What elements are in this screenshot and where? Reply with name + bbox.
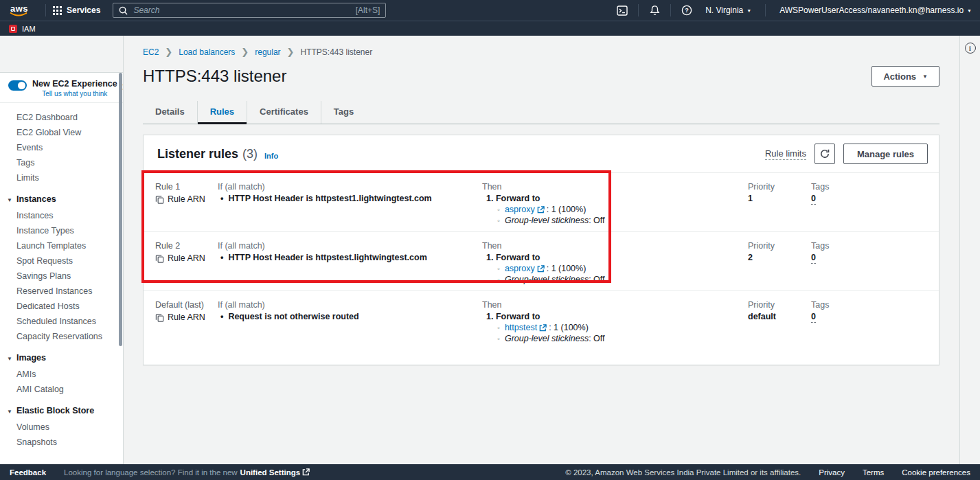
rule-arn-copy[interactable]: Rule ARN (155, 194, 218, 205)
help-question-icon: ? (681, 5, 692, 16)
tab-tags[interactable]: Tags (321, 101, 366, 124)
chevron-down-icon: ▼ (747, 8, 751, 13)
notifications-button[interactable] (646, 5, 663, 16)
cloudshell-terminal-icon (617, 5, 628, 16)
feedback-link[interactable]: Tell us what you think (32, 90, 117, 98)
aws-smile-icon (9, 12, 28, 17)
info-icon[interactable]: i (965, 43, 976, 54)
sidebar-item-ami-catalog[interactable]: AMI Catalog (0, 382, 123, 397)
cookie-preferences-link[interactable]: Cookie preferences (902, 468, 970, 477)
aws-console-page: aws Services [Alt+S] (0, 0, 980, 480)
manage-rules-button[interactable]: Manage rules (843, 144, 928, 164)
breadcrumb-load-balancers[interactable]: Load balancers (179, 47, 235, 57)
rule-condition: • HTTP Host Header is httpstest.lightwin… (218, 252, 482, 263)
sidebar-item-instances[interactable]: Instances (0, 208, 123, 223)
copyright-text: © 2023, Amazon Web Services India Privat… (565, 468, 801, 477)
chevron-down-icon: ▼ (922, 73, 928, 80)
sidebar-item-tags[interactable]: Tags (0, 155, 123, 170)
favorites-bar: IAM (0, 21, 980, 36)
circle-bullet-icon: ◦ (497, 215, 500, 226)
info-link[interactable]: Info (264, 152, 278, 160)
if-column-header: If (all match) (218, 181, 482, 192)
unified-settings-link[interactable]: Unified Settings (240, 468, 310, 477)
tags-count-link[interactable]: 0 (811, 311, 816, 323)
tab-bar: Details Rules Certificates Tags (143, 101, 939, 124)
terms-link[interactable]: Terms (863, 468, 884, 477)
target-group-link[interactable]: asproxy (505, 263, 535, 274)
tags-column-header: Tags (811, 299, 939, 310)
sidebar-scrollbar[interactable] (119, 73, 122, 346)
rule-arn-copy[interactable]: Rule ARN (155, 312, 218, 323)
tab-certificates[interactable]: Certificates (247, 101, 321, 124)
target-group-link[interactable]: asproxy (505, 204, 535, 215)
circle-bullet-icon: ◦ (497, 263, 500, 274)
new-experience-toggle[interactable] (8, 80, 27, 91)
if-column-header: If (all match) (218, 299, 482, 310)
search-input[interactable] (132, 5, 351, 16)
breadcrumb-chevron-icon: ❯ (287, 49, 295, 56)
sidebar-item-launch-templates[interactable]: Launch Templates (0, 238, 123, 253)
aws-logo[interactable]: aws (8, 3, 29, 18)
svg-text:?: ? (685, 7, 689, 14)
sidebar-item-ec2-dashboard[interactable]: EC2 Dashboard (0, 110, 123, 125)
rule-stickiness: ◦ Group-level stickiness : Off (482, 215, 748, 226)
breadcrumb-regular[interactable]: regular (255, 47, 280, 57)
tags-count-link[interactable]: 0 (811, 252, 816, 264)
chevron-down-icon: ▼ (967, 8, 972, 13)
services-menu-button[interactable]: Services (53, 5, 100, 15)
sidebar-section-images[interactable]: ▼Images (0, 344, 123, 367)
search-icon (119, 6, 128, 15)
rule-row-2: Rule 2 Rule ARN If (all match) • (144, 231, 939, 290)
sidebar-item-instance-types[interactable]: Instance Types (0, 223, 123, 238)
tab-details[interactable]: Details (143, 101, 197, 124)
sidebar-section-elastic-block-store[interactable]: ▼Elastic Block Store (0, 397, 123, 420)
sidebar-item-amis[interactable]: AMIs (0, 367, 123, 382)
sidebar-item-scheduled-instances[interactable]: Scheduled Instances (0, 314, 123, 329)
sidebar-item-spot-requests[interactable]: Spot Requests (0, 253, 123, 268)
sidebar-item-savings-plans[interactable]: Savings Plans (0, 268, 123, 284)
bullet-icon: • (220, 252, 223, 263)
region-selector[interactable]: N. Virginia ▼ (705, 5, 751, 15)
services-grid-icon (53, 6, 62, 15)
page-title: HTTPS:443 listener (143, 67, 286, 86)
sidebar-item-limits[interactable]: Limits (0, 170, 123, 185)
favorite-iam-link[interactable]: IAM (22, 25, 36, 33)
privacy-link[interactable]: Privacy (819, 468, 845, 477)
iam-service-icon (9, 25, 17, 33)
sidebar-top-spacer (0, 36, 123, 73)
sidebar-item-dedicated-hosts[interactable]: Dedicated Hosts (0, 299, 123, 314)
cloudshell-button[interactable] (613, 5, 631, 16)
external-link-icon (537, 206, 545, 214)
rule-action: 1. Forward to (482, 252, 748, 263)
rule-limits-link[interactable]: Rule limits (765, 148, 806, 160)
sidebar-section-instances[interactable]: ▼Instances (0, 185, 123, 208)
main-content: EC2 ❯ Load balancers ❯ regular ❯ HTTPS:4… (124, 36, 959, 464)
tags-count-link[interactable]: 0 (811, 193, 816, 205)
rule-name: Rule 2 (155, 240, 218, 251)
refresh-button[interactable] (814, 144, 835, 164)
help-button[interactable]: ? (678, 5, 696, 16)
sidebar-item-snapshots[interactable]: Snapshots (0, 435, 123, 450)
sidebar-item-ec2-global-view[interactable]: EC2 Global View (0, 125, 123, 140)
breadcrumb-chevron-icon: ❯ (241, 49, 249, 56)
rule-condition: • Request is not otherwise routed (218, 311, 482, 322)
chevron-down-icon: ▼ (7, 197, 12, 203)
rule-condition: • HTTP Host Header is httpstest1.lightwi… (218, 193, 482, 204)
feedback-button[interactable]: Feedback (10, 468, 46, 477)
priority-value: default (748, 311, 811, 322)
sidebar-item-volumes[interactable]: Volumes (0, 420, 123, 435)
account-menu[interactable]: AWSPowerUserAccess/navaneeth.kn@harness.… (779, 5, 972, 15)
global-search[interactable]: [Alt+S] (113, 3, 386, 18)
bullet-icon: • (220, 311, 223, 322)
rule-action: 1. Forward to (482, 193, 748, 204)
sidebar-item-reserved-instances[interactable]: Reserved Instances (0, 284, 123, 299)
rule-arn-copy[interactable]: Rule ARN (155, 253, 218, 264)
sidebar-item-capacity-reservations[interactable]: Capacity Reservations (0, 329, 123, 344)
tab-rules[interactable]: Rules (197, 101, 247, 124)
sidebar-item-events[interactable]: Events (0, 140, 123, 155)
rule-target: ◦ asproxy : 1 (100%) (482, 204, 748, 215)
rule-target: ◦ asproxy : 1 (100%) (482, 263, 748, 274)
actions-button[interactable]: Actions ▼ (871, 66, 939, 87)
target-group-link[interactable]: httpstest (505, 322, 537, 333)
breadcrumb-ec2[interactable]: EC2 (143, 47, 159, 57)
